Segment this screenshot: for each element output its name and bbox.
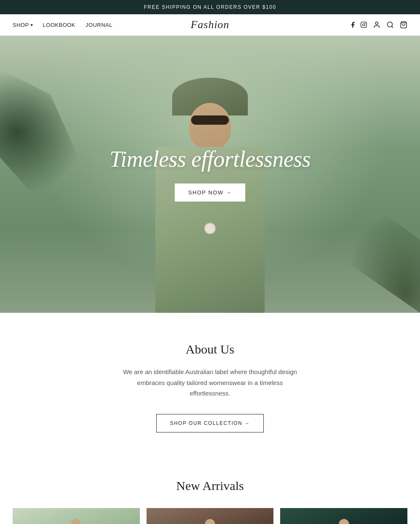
svg-point-2 xyxy=(365,23,365,24)
nav-shop-label: SHOP xyxy=(13,22,29,28)
site-logo[interactable]: Fashion xyxy=(191,18,229,31)
account-icon[interactable] xyxy=(373,21,381,29)
announcement-bar: FREE SHIPPING ON ALL ORDERS OVER $100 xyxy=(0,0,420,14)
about-body: We are an identifiable Australian label … xyxy=(122,367,298,399)
product-image-1 xyxy=(13,508,140,524)
facebook-icon[interactable] xyxy=(349,21,356,28)
hero-section: Timeless effortlessness SHOP NOW → xyxy=(0,36,420,313)
product-card-1[interactable] xyxy=(13,508,140,524)
nav-right xyxy=(349,21,407,29)
shop-now-button[interactable]: SHOP NOW → xyxy=(175,183,245,202)
cart-icon[interactable] xyxy=(400,21,407,29)
announcement-text: FREE SHIPPING ON ALL ORDERS OVER $100 xyxy=(144,4,276,10)
chevron-down-icon: ▾ xyxy=(31,23,33,27)
new-arrivals-section: New Arrivals xyxy=(0,458,420,524)
instagram-icon[interactable] xyxy=(360,21,367,28)
header: SHOP ▾ LOOKBOOK JOURNAL Fashion xyxy=(0,14,420,36)
about-title: About Us xyxy=(17,342,403,356)
hero-content: Timeless effortlessness SHOP NOW → xyxy=(109,147,310,202)
svg-line-5 xyxy=(391,26,393,27)
search-icon[interactable] xyxy=(386,21,394,29)
svg-point-3 xyxy=(375,22,378,24)
nav-left: SHOP ▾ LOOKBOOK JOURNAL xyxy=(13,22,113,28)
product-grid xyxy=(13,508,407,524)
model-face xyxy=(189,103,231,149)
product-image-3 xyxy=(280,508,407,524)
shop-collection-button[interactable]: SHOP OUR COLLECTION → xyxy=(156,414,264,432)
nav-item-shop[interactable]: SHOP ▾ xyxy=(13,22,33,28)
product-card-3[interactable] xyxy=(280,508,407,524)
model-sunglasses xyxy=(191,115,229,125)
about-section: About Us We are an identifiable Australi… xyxy=(0,313,420,458)
nav-item-lookbook[interactable]: LOOKBOOK xyxy=(43,22,76,28)
product-card-2[interactable] xyxy=(147,508,274,524)
new-arrivals-title: New Arrivals xyxy=(13,479,407,493)
jacket-button xyxy=(204,223,216,234)
svg-point-1 xyxy=(362,24,365,26)
nav-item-journal[interactable]: JOURNAL xyxy=(86,22,113,28)
hero-title: Timeless effortlessness xyxy=(109,147,310,172)
social-icons xyxy=(349,21,367,28)
svg-rect-0 xyxy=(361,22,366,27)
product-image-2 xyxy=(147,508,274,524)
